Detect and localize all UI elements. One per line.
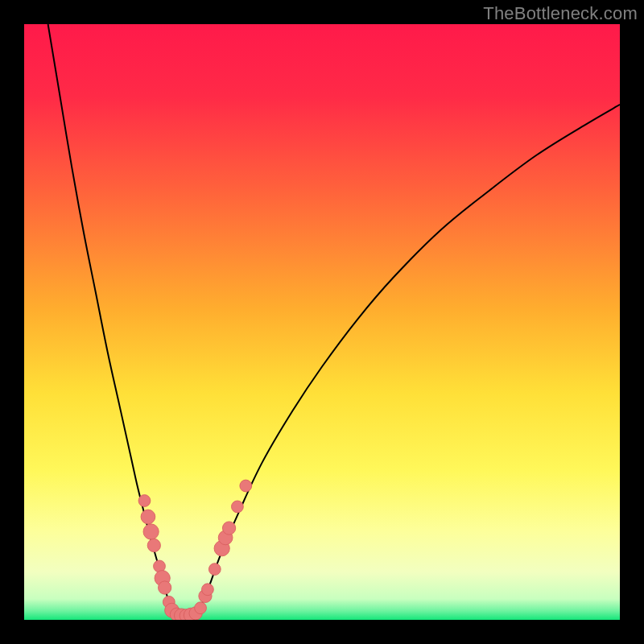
data-marker [143, 524, 159, 539]
plot-area [24, 24, 620, 620]
data-marker [195, 602, 207, 614]
bottleneck-curve [48, 24, 620, 616]
data-marker [138, 495, 151, 507]
data-marker [240, 480, 252, 492]
watermark-text: TheBottleneck.com [483, 3, 638, 24]
data-marker [147, 539, 160, 551]
data-marker [222, 522, 235, 535]
data-marker [232, 501, 244, 513]
data-marker [208, 564, 221, 576]
data-marker [159, 581, 171, 594]
chart-frame: TheBottleneck.com [0, 0, 644, 644]
data-marker [141, 510, 155, 524]
data-marker [202, 584, 214, 596]
chart-curve [24, 24, 620, 620]
